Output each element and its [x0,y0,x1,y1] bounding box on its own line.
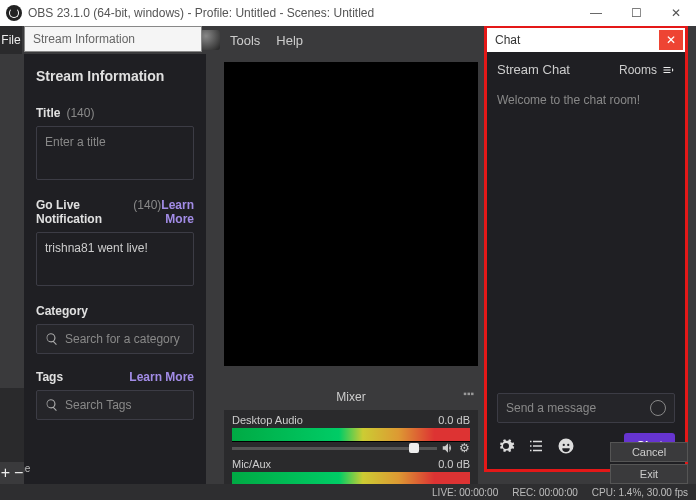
chat-body: Stream Chat Rooms Welcome to the chat ro… [487,52,685,469]
rooms-icon [661,64,675,76]
tags-search-input[interactable]: Search Tags [36,390,194,420]
stream-info-panel: Stream Information Title (140) Enter a t… [24,54,206,500]
stream-info-heading: Stream Information [36,68,194,84]
maximize-button[interactable]: ☐ [616,0,656,26]
preview-area[interactable] [224,62,478,366]
mixer-channel-desktop: Desktop Audio0.0 dB ⚙ [224,410,478,454]
list-icon[interactable] [527,437,545,455]
window-titlebar: OBS 23.1.0 (64-bit, windows) - Profile: … [0,0,696,26]
add-scene-button[interactable]: + [1,464,10,482]
chat-welcome-text: Welcome to the chat room! [497,93,675,107]
search-icon [45,332,59,346]
status-bar: LIVE: 00:00:00 REC: 00:00:00 CPU: 1.4%, … [0,484,696,500]
channel-name: Mic/Aux [232,458,271,470]
tags-label: Tags [36,370,63,384]
gear-icon[interactable]: ⚙ [459,441,470,455]
menu-file[interactable]: File [0,26,22,54]
menu-tools[interactable]: Tools [230,33,260,48]
volume-slider[interactable]: ⚙ [232,444,470,452]
channel-db: 0.0 dB [438,458,470,470]
remove-scene-button[interactable]: − [14,464,23,482]
menu-help[interactable]: Help [276,33,303,48]
tags-placeholder: Search Tags [65,398,132,412]
category-label: Category [36,304,88,318]
search-icon [45,398,59,412]
category-search-input[interactable]: Search for a category [36,324,194,354]
golive-value: trishna81 went live! [45,241,148,255]
cancel-button[interactable]: Cancel [610,442,688,462]
mixer-panel: Mixer ▪▪▪ Desktop Audio0.0 dB ⚙ Mic/Aux0… [224,384,478,500]
golive-count: (140) [133,198,161,212]
status-live: LIVE: 00:00:00 [432,487,498,498]
speaker-icon[interactable] [441,441,455,455]
title-placeholder: Enter a title [45,135,106,149]
channel-db: 0.0 dB [438,414,470,426]
minimize-button[interactable]: — [576,0,616,26]
rooms-label: Rooms [619,63,657,77]
channel-name: Desktop Audio [232,414,303,426]
emoji-picker-icon[interactable] [650,400,666,416]
emoji-icon[interactable] [557,437,575,455]
chat-panel-highlight: Chat ✕ Stream Chat Rooms Welcome to the … [484,26,688,472]
mixer-title: Mixer [336,390,365,404]
sphere-icon [200,30,220,50]
window-title: OBS 23.1.0 (64-bit, windows) - Profile: … [28,6,374,20]
category-placeholder: Search for a category [65,332,180,346]
audio-meter [232,428,470,442]
chat-titlebar-label: Chat [495,33,520,47]
gear-icon[interactable] [497,437,515,455]
golive-label: Go Live Notification [36,198,116,226]
tags-learn-more-link[interactable]: Learn More [129,370,194,384]
obs-logo-icon [6,5,22,21]
stream-info-header-label: Stream Information [33,32,135,46]
chat-heading: Stream Chat [497,62,570,77]
golive-input[interactable]: trishna81 went live! [36,232,194,286]
title-input[interactable]: Enter a title [36,126,194,180]
rooms-button[interactable]: Rooms [619,63,675,77]
status-rec: REC: 00:00:00 [512,487,578,498]
stream-info-header[interactable]: Stream Information [24,26,202,52]
status-cpu: CPU: 1.4%, 30.00 fps [592,487,688,498]
golive-learn-more-link[interactable]: Learn More [161,198,194,226]
chat-input-placeholder: Send a message [506,401,596,415]
mixer-header: Mixer ▪▪▪ [224,384,478,410]
chat-close-button[interactable]: ✕ [659,30,683,50]
mixer-menu-icon[interactable]: ▪▪▪ [463,388,474,399]
title-label: Title [36,106,60,120]
close-window-button[interactable]: ✕ [656,0,696,26]
chat-message-input[interactable]: Send a message [497,393,675,423]
title-count: (140) [66,106,94,120]
exit-button[interactable]: Exit [610,464,688,484]
chat-titlebar: Chat ✕ [487,28,685,52]
